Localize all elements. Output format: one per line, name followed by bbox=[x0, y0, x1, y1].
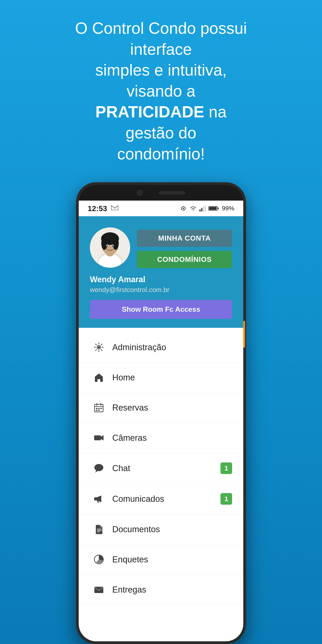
document-icon bbox=[90, 524, 108, 535]
status-time: 12:53 bbox=[88, 204, 107, 213]
megaphone-icon bbox=[90, 493, 108, 504]
menu-item-entregas[interactable]: Entregas bbox=[79, 575, 243, 605]
status-left: 12:53 bbox=[88, 204, 119, 213]
status-right: 99% bbox=[180, 205, 234, 212]
condominios-button[interactable]: CONDOMÍNIOS bbox=[137, 251, 232, 268]
scrollbar-indicator bbox=[243, 321, 245, 348]
svg-rect-30 bbox=[98, 410, 100, 411]
front-camera bbox=[137, 190, 143, 196]
pie-icon bbox=[90, 554, 108, 565]
svg-rect-26 bbox=[96, 408, 98, 409]
comunicados-badge: 1 bbox=[220, 493, 232, 505]
menu-label-entregas: Entregas bbox=[112, 585, 232, 594]
profile-buttons: MINHA CONTA CONDOMÍNIOS bbox=[137, 230, 232, 268]
svg-point-20 bbox=[112, 245, 113, 247]
menu-label-comunicados: Comunicados bbox=[112, 494, 220, 504]
earpiece bbox=[158, 191, 185, 194]
svg-rect-27 bbox=[98, 408, 100, 409]
svg-rect-1 bbox=[200, 209, 200, 212]
svg-rect-2 bbox=[201, 208, 202, 212]
menu-label-administracao: Administração bbox=[112, 342, 232, 352]
svg-rect-3 bbox=[203, 206, 204, 212]
phone-shell: 12:53 bbox=[76, 182, 246, 644]
hero-text: O Control Condo possui interfacesimples … bbox=[38, 0, 284, 178]
hero-praticidade: PRATICIDADE bbox=[96, 103, 204, 121]
svg-rect-6 bbox=[209, 207, 217, 210]
svg-rect-28 bbox=[100, 408, 102, 409]
menu-item-enquetes[interactable]: Enquetes bbox=[79, 544, 243, 575]
nfc-icon bbox=[180, 205, 187, 212]
menu-list: Administração Home bbox=[79, 328, 243, 609]
menu-item-comunicados[interactable]: Comunicados 1 bbox=[79, 484, 243, 514]
phone-notch bbox=[79, 185, 243, 200]
menu-item-administracao[interactable]: Administração bbox=[79, 332, 243, 362]
menu-item-cameras[interactable]: Câmeras bbox=[79, 423, 243, 453]
menu-item-documentos[interactable]: Documentos bbox=[79, 514, 243, 544]
calendar-icon bbox=[90, 402, 108, 413]
svg-point-32 bbox=[94, 464, 103, 471]
home-icon bbox=[90, 372, 108, 383]
hero-line1: O Control Condo possui interfacesimples … bbox=[75, 19, 247, 100]
signal-icon bbox=[200, 205, 206, 212]
app-screen: MINHA CONTA CONDOMÍNIOS Wendy Amaral wen… bbox=[79, 216, 243, 641]
menu-label-enquetes: Enquetes bbox=[112, 555, 232, 564]
svg-rect-4 bbox=[205, 205, 206, 212]
battery-icon bbox=[208, 205, 219, 212]
svg-rect-29 bbox=[96, 410, 98, 411]
gear-icon bbox=[90, 342, 108, 353]
gmail-icon bbox=[111, 204, 119, 212]
user-email: wendy@firstcontrol.com.br bbox=[90, 286, 232, 294]
svg-rect-31 bbox=[94, 435, 101, 440]
svg-point-0 bbox=[183, 208, 184, 209]
user-name: Wendy Amaral bbox=[90, 275, 232, 284]
menu-label-documentos: Documentos bbox=[112, 524, 232, 534]
menu-item-chat[interactable]: Chat 1 bbox=[79, 453, 243, 484]
chat-badge: 1 bbox=[220, 462, 232, 474]
svg-point-16 bbox=[102, 236, 118, 245]
menu-item-home[interactable]: Home bbox=[79, 362, 243, 393]
menu-label-reservas: Reservas bbox=[112, 403, 232, 412]
svg-point-19 bbox=[107, 245, 108, 247]
avatar bbox=[90, 228, 130, 268]
drawer-header: MINHA CONTA CONDOMÍNIOS Wendy Amaral wen… bbox=[79, 216, 243, 328]
wifi-icon bbox=[190, 205, 197, 212]
svg-rect-33 bbox=[94, 497, 96, 500]
svg-point-22 bbox=[98, 346, 100, 348]
menu-label-home: Home bbox=[112, 373, 232, 382]
menu-label-chat: Chat bbox=[112, 464, 220, 473]
chat-icon bbox=[90, 463, 108, 474]
status-bar: 12:53 bbox=[79, 200, 243, 216]
show-room-button[interactable]: Show Room Fc Access bbox=[90, 300, 232, 319]
minha-conta-button[interactable]: MINHA CONTA bbox=[137, 230, 232, 247]
profile-row: MINHA CONTA CONDOMÍNIOS bbox=[90, 228, 232, 268]
battery-percentage: 99% bbox=[222, 205, 234, 212]
svg-rect-7 bbox=[218, 208, 219, 209]
envelope-icon bbox=[90, 584, 108, 595]
menu-item-reservas[interactable]: Reservas bbox=[79, 393, 243, 423]
svg-rect-38 bbox=[94, 587, 103, 593]
phone-device: 12:53 bbox=[76, 182, 246, 644]
video-icon bbox=[90, 432, 108, 444]
menu-label-cameras: Câmeras bbox=[112, 433, 232, 443]
